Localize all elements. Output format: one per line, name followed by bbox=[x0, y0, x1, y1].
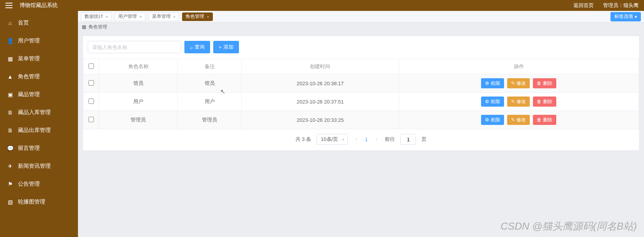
doc-icon: 🗎 bbox=[7, 127, 13, 133]
goto-suffix: 页 bbox=[421, 136, 426, 143]
box-icon: ▣ bbox=[7, 91, 13, 98]
sidebar-item-notice[interactable]: ⚑公告管理 bbox=[0, 175, 78, 193]
sidebar-item-message[interactable]: 💬留言管理 bbox=[0, 139, 78, 157]
sidebar-item-home[interactable]: ⌂首页 bbox=[0, 14, 78, 32]
current-page[interactable]: 1 bbox=[365, 137, 368, 142]
gear-icon: ⚙ bbox=[485, 99, 489, 104]
row-checkbox[interactable] bbox=[88, 80, 94, 86]
sidebar-item-menu[interactable]: ▦菜单管理 bbox=[0, 50, 78, 68]
send-icon: ✈ bbox=[7, 163, 13, 169]
sidebar-item-news[interactable]: ✈新闻资讯管理 bbox=[0, 157, 78, 175]
add-button[interactable]: +添加 bbox=[213, 41, 239, 53]
perm-button[interactable]: ⚙ 权限 bbox=[481, 97, 504, 107]
gear-icon: ⚙ bbox=[485, 117, 489, 123]
tab-stats[interactable]: 数据统计× bbox=[81, 12, 111, 21]
table-header-row: 角色名称 备注 创建时间 操作 bbox=[83, 59, 639, 74]
close-icon[interactable]: × bbox=[173, 14, 175, 19]
sidebar-item-label: 留言管理 bbox=[18, 145, 40, 152]
flag-icon: ⚑ bbox=[7, 181, 13, 187]
table-row: 管理员管理员2023-10-26 20:33:25⚙ 权限✎ 修改🗑 删除 bbox=[83, 111, 639, 129]
table-row: 用户用户2023-10-26 20:37:51⚙ 权限✎ 修改🗑 删除 bbox=[83, 93, 639, 111]
total-text: 共 3 条 bbox=[295, 136, 311, 143]
select-all-checkbox[interactable] bbox=[88, 63, 94, 69]
sidebar-item-label: 公告管理 bbox=[18, 181, 40, 188]
cell-name: 用户 bbox=[99, 93, 178, 111]
user-icon: 👤 bbox=[7, 38, 13, 44]
edit-button[interactable]: ✎ 修改 bbox=[507, 78, 530, 88]
sidebar-item-label: 首页 bbox=[18, 19, 29, 26]
goto-prefix: 前往 bbox=[385, 136, 395, 143]
admin-label[interactable]: 管理员：猫头鹰 bbox=[603, 2, 639, 9]
cell-remark: 用户 bbox=[178, 93, 242, 111]
tabbar: 数据统计× 用户管理× 菜单管理× 角色管理× 标签选项▾ bbox=[78, 11, 644, 23]
sidebar-item-inbound[interactable]: 🗎藏品入库管理 bbox=[0, 104, 78, 121]
header-left: 博物馆藏品系统 bbox=[5, 2, 58, 9]
breadcrumb-title: 角色管理 bbox=[88, 24, 107, 30]
cell-time: 2023-10-26 20:33:25 bbox=[242, 111, 399, 129]
cell-time: 2023-10-26 20:38:17 bbox=[242, 74, 399, 93]
cell-name: 馆员 bbox=[99, 74, 178, 93]
sidebar-item-label: 藏品入库管理 bbox=[18, 109, 51, 116]
doc-icon: 🗎 bbox=[7, 109, 13, 116]
table-row: 馆员馆员2023-10-26 20:38:17⚙ 权限✎ 修改🗑 删除 bbox=[83, 74, 639, 93]
delete-button[interactable]: 🗑 删除 bbox=[533, 78, 556, 88]
tag-options-button[interactable]: 标签选项▾ bbox=[610, 12, 641, 21]
search-icon: ⌕ bbox=[190, 44, 193, 50]
home-icon: ⌂ bbox=[7, 20, 13, 26]
cell-remark: 管理员 bbox=[178, 111, 242, 129]
role-icon: ▲ bbox=[7, 74, 13, 80]
home-link[interactable]: 返回首页 bbox=[573, 2, 594, 9]
close-icon[interactable]: × bbox=[139, 14, 142, 19]
col-op: 操作 bbox=[399, 59, 639, 74]
menu-toggle-icon[interactable] bbox=[5, 3, 12, 8]
search-input[interactable] bbox=[88, 41, 181, 53]
row-checkbox[interactable] bbox=[88, 117, 94, 122]
gear-icon: ⚙ bbox=[485, 81, 489, 86]
grid-icon: ▦ bbox=[7, 56, 13, 62]
search-button[interactable]: ⌕查询 bbox=[184, 41, 210, 53]
edit-button[interactable]: ✎ 修改 bbox=[507, 97, 530, 107]
edit-icon: ✎ bbox=[511, 117, 515, 123]
edit-icon: ✎ bbox=[511, 81, 515, 86]
trash-icon: 🗑 bbox=[537, 81, 541, 86]
plus-icon: + bbox=[219, 44, 222, 50]
edit-icon: ✎ bbox=[511, 99, 515, 104]
header-right: 返回首页 管理员：猫头鹰 bbox=[573, 2, 639, 9]
image-icon: ▧ bbox=[7, 199, 13, 205]
col-remark: 备注 bbox=[178, 59, 242, 74]
tab-user[interactable]: 用户管理× bbox=[115, 12, 145, 21]
page-size-select[interactable]: 10条/页 bbox=[317, 134, 348, 145]
col-time: 创建时间 bbox=[242, 59, 399, 74]
pagination: 共 3 条 10条/页 ‹ 1 › 前往 页 bbox=[83, 129, 639, 146]
trash-icon: 🗑 bbox=[537, 117, 541, 123]
sidebar-item-collection[interactable]: ▣藏品管理 bbox=[0, 86, 78, 104]
grid-icon: ▦ bbox=[82, 24, 86, 30]
perm-button[interactable]: ⚙ 权限 bbox=[481, 115, 504, 125]
close-icon[interactable]: × bbox=[106, 14, 108, 19]
delete-button[interactable]: 🗑 删除 bbox=[533, 97, 556, 107]
perm-button[interactable]: ⚙ 权限 bbox=[481, 78, 504, 88]
sidebar: ⌂首页 👤用户管理 ▦菜单管理 ▲角色管理 ▣藏品管理 🗎藏品入库管理 🗎藏品出… bbox=[0, 11, 78, 237]
chat-icon: 💬 bbox=[7, 145, 13, 151]
row-checkbox[interactable] bbox=[88, 98, 94, 104]
close-icon[interactable]: × bbox=[207, 14, 209, 19]
sidebar-item-role[interactable]: ▲角色管理 bbox=[0, 68, 78, 86]
tab-menu[interactable]: 菜单管理× bbox=[149, 12, 179, 21]
edit-button[interactable]: ✎ 修改 bbox=[507, 115, 530, 125]
top-header: 博物馆藏品系统 返回首页 管理员：猫头鹰 bbox=[0, 0, 644, 11]
cell-time: 2023-10-26 20:37:51 bbox=[242, 93, 399, 111]
sidebar-item-label: 轮播图管理 bbox=[18, 198, 45, 205]
trash-icon: 🗑 bbox=[537, 99, 541, 104]
prev-page-button[interactable]: ‹ bbox=[353, 137, 359, 142]
sidebar-item-label: 菜单管理 bbox=[18, 55, 40, 62]
goto-input[interactable] bbox=[400, 134, 416, 145]
next-page-button[interactable]: › bbox=[373, 137, 379, 142]
sidebar-item-outbound[interactable]: 🗎藏品出库管理 bbox=[0, 121, 78, 139]
sidebar-item-label: 用户管理 bbox=[18, 37, 40, 44]
sidebar-item-carousel[interactable]: ▧轮播图管理 bbox=[0, 193, 78, 211]
tab-role[interactable]: 角色管理× bbox=[182, 12, 212, 21]
sidebar-item-label: 藏品管理 bbox=[18, 91, 40, 98]
delete-button[interactable]: 🗑 删除 bbox=[533, 115, 556, 125]
app-title: 博物馆藏品系统 bbox=[19, 2, 58, 9]
sidebar-item-user[interactable]: 👤用户管理 bbox=[0, 32, 78, 50]
